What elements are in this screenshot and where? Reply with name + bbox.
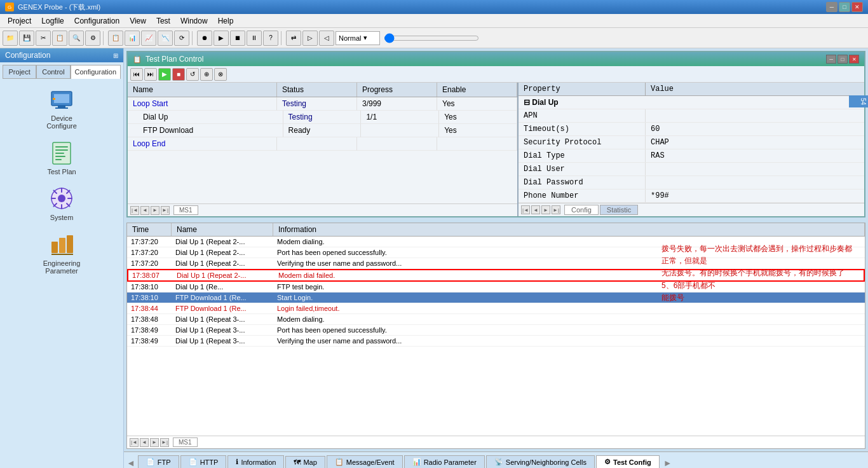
toolbar-separator-1 bbox=[103, 31, 105, 45]
toolbar-btn-11[interactable]: ⟳ bbox=[174, 31, 189, 46]
sidebar-tab-control[interactable]: Control bbox=[36, 65, 70, 79]
prop-row-dialtype[interactable]: Dial Type RAS bbox=[519, 149, 864, 163]
toolbar-btn-back[interactable]: ◁ bbox=[319, 31, 334, 46]
sidebar-item-system[interactable]: System bbox=[36, 186, 87, 221]
tpc-tb-stop[interactable]: ■ bbox=[172, 68, 185, 81]
td-name-0: Loop Start bbox=[128, 97, 277, 111]
menu-configuration[interactable]: Configuration bbox=[69, 15, 125, 27]
toolbar-btn-7[interactable]: 📋 bbox=[108, 31, 123, 46]
bottom-tab-map[interactable]: 🗺 Map bbox=[285, 456, 325, 468]
toolbar-btn-6[interactable]: ⚙ bbox=[85, 31, 100, 46]
tpc-tb-4[interactable]: ↺ bbox=[186, 68, 199, 81]
menu-logfile[interactable]: Logfile bbox=[36, 15, 69, 27]
table-row[interactable]: FTP Download Ready Yes bbox=[128, 124, 517, 137]
prop-row-dialuser[interactable]: Dial User bbox=[519, 163, 864, 176]
toolbar-btn-5[interactable]: 🔍 bbox=[69, 31, 84, 46]
tpc-table-header: Name Status Progress Enable bbox=[128, 83, 517, 97]
toolbar-btn-10[interactable]: 📉 bbox=[158, 31, 173, 46]
nav-next[interactable]: ► bbox=[151, 206, 159, 215]
sidebar-item-engineering-parameter[interactable]: Engineering Parameter bbox=[36, 231, 87, 275]
toolbar-btn-help[interactable]: ? bbox=[263, 31, 278, 46]
log-nav-next[interactable]: ► bbox=[150, 438, 159, 447]
device-configure-label: Device Configure bbox=[36, 114, 87, 130]
sidebar-tab-configuration[interactable]: Configuration bbox=[71, 65, 121, 79]
bottom-tab-ftp[interactable]: 📄 FTP bbox=[138, 455, 179, 468]
right-nav-last[interactable]: ►| bbox=[552, 205, 560, 214]
toolbar-slider[interactable] bbox=[384, 34, 479, 43]
log-nav-prev[interactable]: ◄ bbox=[140, 438, 149, 447]
sidebar-pin[interactable]: ⊞ bbox=[113, 52, 118, 59]
prop-row-security[interactable]: Security Protocol CHAP bbox=[519, 136, 864, 149]
table-row[interactable]: Loop End bbox=[128, 137, 517, 151]
system-icon bbox=[49, 186, 74, 211]
prop-row-dialpwd[interactable]: Dial Password bbox=[519, 176, 864, 189]
bottom-scroll-left[interactable]: ◄ bbox=[126, 458, 135, 468]
tpc-tb-play[interactable]: ▶ bbox=[158, 68, 171, 81]
log-row[interactable]: 17:38:44 FTP Download 1 (Re... Login fai… bbox=[127, 303, 865, 314]
nav-last[interactable]: ►| bbox=[161, 206, 170, 215]
toolbar-btn-arrows[interactable]: ⇄ bbox=[286, 31, 301, 46]
app-icon: G bbox=[5, 3, 14, 11]
nav-first[interactable]: |◄ bbox=[130, 206, 139, 215]
tpc-maximize[interactable]: □ bbox=[837, 55, 848, 64]
log-row[interactable]: 17:38:49 Dial Up 1 (Repeat 3-... Port ha… bbox=[127, 325, 865, 336]
minimize-button[interactable]: ─ bbox=[826, 2, 837, 12]
tpc-table-body: Loop Start Testing 3/999 Yes Dial Up Tes… bbox=[128, 97, 517, 203]
bottom-tab-test-config[interactable]: ⚙ Test Config bbox=[596, 455, 660, 468]
log-nav-last[interactable]: ►| bbox=[160, 438, 169, 447]
tpc-tb-5[interactable]: ⊕ bbox=[200, 68, 213, 81]
tpc-tb-6[interactable]: ⊗ bbox=[214, 68, 227, 81]
prop-val-security: CHAP bbox=[646, 136, 864, 149]
nav-prev[interactable]: ◄ bbox=[140, 206, 149, 215]
log-row[interactable]: 17:38:49 Dial Up 1 (Repeat 3-... Verifyi… bbox=[127, 336, 865, 347]
menu-window[interactable]: Window bbox=[175, 15, 213, 27]
tpc-tb-1[interactable]: ⏮ bbox=[130, 68, 143, 81]
bottom-tab-radio-parameter[interactable]: 📊 Radio Parameter bbox=[404, 455, 485, 468]
prop-row-phone[interactable]: Phone Number *99# bbox=[519, 189, 864, 203]
normal-dropdown[interactable]: Normal ▾ bbox=[336, 31, 380, 45]
table-row[interactable]: Dial Up Testing 1/1 Yes bbox=[128, 111, 517, 124]
sidebar-tab-project[interactable]: Project bbox=[3, 65, 36, 79]
log-td-info-6: Login failed,timeout. bbox=[273, 303, 865, 313]
toolbar-btn-stop[interactable]: ⏹ bbox=[230, 31, 245, 46]
toolbar-btn-3[interactable]: ✂ bbox=[36, 31, 51, 46]
maximize-button[interactable]: □ bbox=[839, 2, 850, 12]
table-row[interactable]: Loop Start Testing 3/999 Yes bbox=[128, 97, 517, 111]
left-tab-label[interactable]: MS1 bbox=[173, 205, 198, 215]
menu-test[interactable]: Test bbox=[151, 15, 175, 27]
right-nav-prev[interactable]: ◄ bbox=[531, 205, 540, 214]
tpc-close[interactable]: ✕ bbox=[849, 55, 859, 64]
tpc-tb-2[interactable]: ⏭ bbox=[144, 68, 157, 81]
config-tab[interactable]: Config bbox=[564, 205, 599, 215]
toolbar-btn-9[interactable]: 📈 bbox=[141, 31, 156, 46]
bottom-tab-http[interactable]: 📄 HTTP bbox=[180, 455, 227, 468]
prop-row-apn[interactable]: APN bbox=[519, 109, 864, 123]
close-button[interactable]: ✕ bbox=[851, 2, 863, 12]
bottom-scroll-right[interactable]: ► bbox=[663, 458, 672, 468]
menu-view[interactable]: View bbox=[125, 15, 151, 27]
bottom-tab-message-event[interactable]: 📋 Message/Event bbox=[327, 455, 403, 468]
bottom-tab-information[interactable]: ℹ Information bbox=[227, 455, 284, 468]
log-nav-first[interactable]: |◄ bbox=[130, 438, 139, 447]
toolbar-btn-4[interactable]: 📋 bbox=[52, 31, 67, 46]
svg-rect-16 bbox=[51, 254, 73, 255]
toolbar-btn-1[interactable]: 📁 bbox=[3, 31, 18, 46]
right-nav-first[interactable]: |◄ bbox=[521, 205, 530, 214]
toolbar-btn-forward[interactable]: ▷ bbox=[302, 31, 318, 46]
prop-row-timeout[interactable]: Timeout(s) 60 bbox=[519, 123, 864, 136]
log-tab-label[interactable]: MS1 bbox=[173, 437, 198, 447]
toolbar-btn-8[interactable]: 📊 bbox=[125, 31, 140, 46]
toolbar-btn-play[interactable]: ▶ bbox=[214, 31, 229, 46]
menu-project[interactable]: Project bbox=[3, 15, 36, 27]
sidebar-item-test-plan[interactable]: Test Plan bbox=[36, 140, 87, 176]
toolbar-btn-record[interactable]: ⏺ bbox=[197, 31, 212, 46]
toolbar-btn-pause[interactable]: ⏸ bbox=[247, 31, 262, 46]
menu-help[interactable]: Help bbox=[213, 15, 239, 27]
toolbar-btn-2[interactable]: 💾 bbox=[19, 31, 34, 46]
sidebar-item-device-configure[interactable]: Device Configure bbox=[36, 86, 87, 130]
statistic-tab[interactable]: Statistic bbox=[600, 205, 639, 215]
tpc-minimize[interactable]: ─ bbox=[826, 55, 836, 64]
bottom-tab-serving-cells[interactable]: 📡 Serving/Neighboring Cells bbox=[486, 455, 595, 468]
right-nav-next[interactable]: ► bbox=[541, 205, 550, 214]
log-row[interactable]: 17:38:48 Dial Up 1 (Repeat 3-... Modem d… bbox=[127, 314, 865, 325]
